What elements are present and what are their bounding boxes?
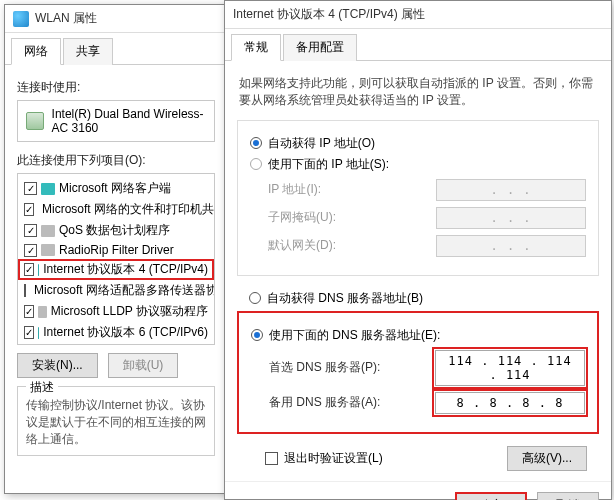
- item-label: Microsoft 网络适配器多路传送器协议: [34, 282, 215, 299]
- ip-settings-group: 自动获得 IP 地址(O) 使用下面的 IP 地址(S): IP 地址(I): …: [237, 120, 599, 276]
- ipv4-tabs: 常规 备用配置: [225, 29, 611, 61]
- checkbox-icon[interactable]: ✓: [24, 182, 37, 195]
- list-item-ipv4[interactable]: ✓Internet 协议版本 4 (TCP/IPv4): [18, 259, 214, 280]
- checkbox-icon[interactable]: ✓: [24, 244, 37, 257]
- checkbox-icon[interactable]: ✓: [24, 203, 34, 216]
- dialog-buttons: 确定 取消: [225, 481, 611, 500]
- description-title: 描述: [26, 379, 58, 396]
- ip-address-input: . . .: [436, 179, 586, 201]
- cancel-button[interactable]: 取消: [537, 492, 599, 500]
- checkbox-icon[interactable]: ✓: [24, 326, 34, 339]
- ipv4-intro: 如果网络支持此功能，则可以获取自动指派的 IP 设置。否则，你需要从网络系统管理…: [239, 75, 597, 110]
- ip-address-row: IP 地址(I): . . .: [268, 179, 586, 201]
- nic-icon: [26, 112, 44, 130]
- alternate-dns-input[interactable]: 8 . 8 . 8 . 8: [435, 392, 585, 414]
- subnet-input: . . .: [436, 207, 586, 229]
- preferred-dns-row: 首选 DNS 服务器(P): 114 . 114 . 114 . 114: [269, 350, 585, 386]
- network-icon: [13, 11, 29, 27]
- ip-address-label: IP 地址(I):: [268, 181, 436, 198]
- component-icon: [41, 225, 55, 237]
- ipv4-title: Internet 协议版本 4 (TCP/IPv4) 属性: [233, 6, 603, 23]
- checkbox-icon[interactable]: ✓: [24, 224, 37, 237]
- radio-icon: [251, 329, 263, 341]
- item-label: Internet 协议版本 6 (TCP/IPv6): [43, 324, 208, 341]
- ipv4-titlebar: Internet 协议版本 4 (TCP/IPv4) 属性: [225, 1, 611, 29]
- gateway-label: 默认网关(D):: [268, 237, 436, 254]
- wlan-title: WLAN 属性: [35, 10, 219, 27]
- preferred-dns-label: 首选 DNS 服务器(P):: [269, 359, 435, 376]
- protocol-icon: [38, 327, 39, 339]
- radio-icon: [250, 158, 262, 170]
- radio-label: 自动获得 DNS 服务器地址(B): [267, 290, 423, 307]
- adapter-field: Intel(R) Dual Band Wireless-AC 3160: [17, 100, 215, 142]
- item-label: QoS 数据包计划程序: [59, 222, 170, 239]
- tab-alternate[interactable]: 备用配置: [283, 34, 357, 61]
- tab-sharing[interactable]: 共享: [63, 38, 113, 65]
- dns-settings-group: 使用下面的 DNS 服务器地址(E): 首选 DNS 服务器(P): 114 .…: [237, 311, 599, 434]
- checkbox-icon[interactable]: [24, 284, 26, 297]
- list-item[interactable]: ✓RadioRip Filter Driver: [18, 241, 214, 259]
- wlan-tabs: 网络 共享: [5, 33, 227, 65]
- item-label: Microsoft 网络的文件和打印机共享: [42, 201, 215, 218]
- adapter-name: Intel(R) Dual Band Wireless-AC 3160: [52, 107, 206, 135]
- description-text: 传输控制协议/Internet 协议。该协议是默认于在不同的相互连接的网络上通信…: [26, 397, 206, 447]
- list-item[interactable]: ✓QoS 数据包计划程序: [18, 220, 214, 241]
- wlan-titlebar: WLAN 属性: [5, 5, 227, 33]
- radio-label: 使用下面的 DNS 服务器地址(E):: [269, 327, 440, 344]
- radio-auto-ip[interactable]: 自动获得 IP 地址(O): [250, 135, 586, 152]
- list-item[interactable]: ✓Microsoft LLDP 协议驱动程序: [18, 301, 214, 322]
- radio-label: 自动获得 IP 地址(O): [268, 135, 375, 152]
- component-icon: [41, 183, 55, 195]
- radio-icon: [250, 137, 262, 149]
- list-item[interactable]: ✓Microsoft 网络客户端: [18, 178, 214, 199]
- protocol-icon: [38, 264, 39, 276]
- tab-network[interactable]: 网络: [11, 38, 61, 65]
- checkbox-icon[interactable]: ✓: [24, 305, 34, 318]
- validate-label: 退出时验证设置(L): [284, 450, 383, 467]
- install-button[interactable]: 安装(N)...: [17, 353, 98, 378]
- uninstall-button[interactable]: 卸载(U): [108, 353, 179, 378]
- radio-manual-dns[interactable]: 使用下面的 DNS 服务器地址(E):: [251, 327, 585, 344]
- ipv4-properties-window: Internet 协议版本 4 (TCP/IPv4) 属性 常规 备用配置 如果…: [224, 0, 612, 500]
- gateway-row: 默认网关(D): . . .: [268, 235, 586, 257]
- component-icon: [38, 306, 47, 318]
- ipv4-content: 如果网络支持此功能，则可以获取自动指派的 IP 设置。否则，你需要从网络系统管理…: [225, 61, 611, 481]
- list-item[interactable]: Microsoft 网络适配器多路传送器协议: [18, 280, 214, 301]
- subnet-label: 子网掩码(U):: [268, 209, 436, 226]
- radio-auto-dns[interactable]: 自动获得 DNS 服务器地址(B): [249, 290, 599, 307]
- validate-checkbox[interactable]: [265, 452, 278, 465]
- alternate-dns-row: 备用 DNS 服务器(A): 8 . 8 . 8 . 8: [269, 392, 585, 414]
- wlan-properties-window: WLAN 属性 网络 共享 连接时使用: Intel(R) Dual Band …: [4, 4, 228, 494]
- checkbox-icon[interactable]: ✓: [24, 263, 34, 276]
- wlan-content: 连接时使用: Intel(R) Dual Band Wireless-AC 31…: [5, 65, 227, 464]
- gateway-input: . . .: [436, 235, 586, 257]
- item-label: Microsoft LLDP 协议驱动程序: [51, 303, 208, 320]
- component-icon: [41, 244, 55, 256]
- validate-row: 退出时验证设置(L) 高级(V)...: [237, 440, 599, 473]
- item-label: Microsoft 网络客户端: [59, 180, 171, 197]
- items-label: 此连接使用下列项目(O):: [17, 152, 215, 169]
- radio-icon: [249, 292, 261, 304]
- list-item[interactable]: ✓Microsoft 网络的文件和打印机共享: [18, 199, 214, 220]
- connect-using-label: 连接时使用:: [17, 79, 215, 96]
- items-list[interactable]: ✓Microsoft 网络客户端 ✓Microsoft 网络的文件和打印机共享 …: [17, 173, 215, 345]
- item-buttons: 安装(N)... 卸载(U): [17, 353, 215, 378]
- list-item[interactable]: ✓Internet 协议版本 6 (TCP/IPv6): [18, 322, 214, 343]
- radio-manual-ip[interactable]: 使用下面的 IP 地址(S):: [250, 156, 586, 173]
- tab-general[interactable]: 常规: [231, 34, 281, 61]
- subnet-row: 子网掩码(U): . . .: [268, 207, 586, 229]
- ok-button[interactable]: 确定: [455, 492, 527, 500]
- alternate-dns-label: 备用 DNS 服务器(A):: [269, 394, 435, 411]
- item-label: RadioRip Filter Driver: [59, 243, 174, 257]
- description-group: 描述 传输控制协议/Internet 协议。该协议是默认于在不同的相互连接的网络…: [17, 386, 215, 456]
- radio-label: 使用下面的 IP 地址(S):: [268, 156, 389, 173]
- item-label: Internet 协议版本 4 (TCP/IPv4): [43, 261, 208, 278]
- advanced-button[interactable]: 高级(V)...: [507, 446, 587, 471]
- preferred-dns-input[interactable]: 114 . 114 . 114 . 114: [435, 350, 585, 386]
